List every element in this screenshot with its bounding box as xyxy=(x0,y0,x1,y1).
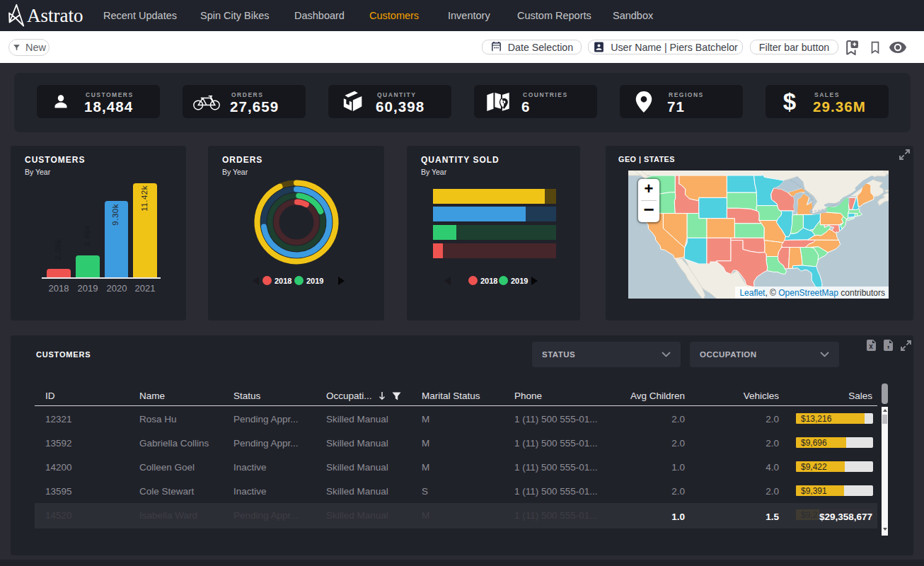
svg-text:x: x xyxy=(869,342,873,350)
svg-text:,: , xyxy=(887,340,890,350)
